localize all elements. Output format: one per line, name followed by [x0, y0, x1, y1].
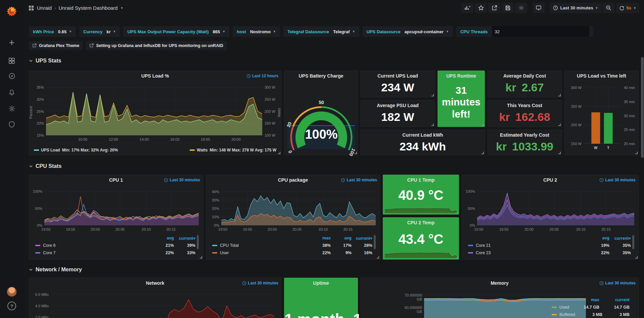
legend-series-marker[interactable] — [552, 307, 557, 308]
legend-series-marker[interactable] — [35, 245, 40, 246]
create-icon[interactable] — [0, 35, 24, 50]
add-panel-button[interactable] — [461, 3, 473, 13]
panel-title[interactable]: UPS Load % — [29, 73, 281, 79]
variable-input[interactable]: 32 — [492, 26, 589, 37]
panel-resize-handle[interactable] — [431, 94, 434, 96]
legend-series-marker[interactable] — [35, 252, 40, 254]
legend-scrollbar-thumb[interactable] — [632, 235, 634, 249]
variable-value[interactable]: 865▼ — [213, 29, 226, 34]
legend-series-name[interactable]: Watts — [197, 148, 208, 152]
panel-title[interactable]: CPU 2 Temp — [383, 220, 459, 225]
save-button[interactable] — [502, 3, 514, 13]
panel-resize-handle[interactable] — [431, 124, 434, 126]
legend-sort-header[interactable]: current▾ — [352, 236, 372, 241]
legend-series-marker[interactable] — [190, 149, 195, 151]
variable-value[interactable]: Telegraf▼ — [333, 29, 355, 34]
panel-title[interactable]: Estimated Yearly Cost — [488, 132, 561, 138]
panel-resize-handle[interactable] — [635, 152, 638, 154]
legend-series-name[interactable]: Core 7 — [43, 251, 56, 255]
legend-scrollbar-thumb[interactable] — [197, 235, 199, 249]
legend-sort-header[interactable]: current▾ — [609, 236, 631, 241]
panel-resize-handle[interactable] — [456, 256, 458, 259]
section-network-memory[interactable]: Network / Memory — [29, 267, 82, 273]
panel-resize-handle[interactable] — [558, 94, 561, 96]
share-button[interactable] — [488, 3, 500, 13]
legend-series-marker[interactable] — [552, 314, 557, 315]
legend-series-name[interactable]: User — [220, 251, 229, 255]
panel-title[interactable]: UPS Runtime — [438, 73, 485, 79]
panel-resize-handle[interactable] — [481, 152, 484, 154]
server-admin-shield-icon[interactable] — [0, 117, 24, 132]
alerting-bell-icon[interactable] — [0, 85, 24, 100]
variable-value[interactable]: Nostromo▼ — [250, 29, 276, 34]
legend-series-name[interactable]: Used — [559, 305, 569, 310]
time-range-label[interactable]: Last 30 minutes — [599, 281, 636, 285]
panel-title[interactable]: Uptime — [284, 280, 358, 286]
legend-sort-header[interactable]: avg — [152, 236, 174, 240]
panel-resize-handle[interactable] — [200, 256, 202, 259]
panel-title[interactable]: Current UPS Load — [361, 73, 434, 79]
legend-series-name[interactable]: UPS Load — [41, 148, 60, 152]
legend-series-marker[interactable] — [468, 252, 473, 254]
panel-title[interactable]: Memory — [361, 280, 638, 286]
star-button[interactable] — [475, 3, 487, 13]
help-icon[interactable]: ? — [0, 299, 24, 313]
panel-title[interactable]: Average Daily Cost — [488, 73, 561, 79]
panel-resize-handle[interactable] — [635, 256, 638, 259]
panel-title[interactable]: Average PSU Load — [361, 103, 434, 108]
dashboard-link[interactable]: Grafana Plex Theme — [29, 41, 83, 50]
time-range-label[interactable]: Last 30 minutes — [599, 178, 636, 182]
legend-series-name[interactable]: Core 21 — [476, 243, 491, 248]
cycle-view-button[interactable] — [533, 3, 545, 13]
user-avatar[interactable] — [0, 284, 24, 299]
zoom-out-button[interactable] — [603, 3, 615, 13]
legend-series-name[interactable]: Buffered — [559, 312, 575, 317]
time-range-label[interactable]: Last 12 hours — [246, 74, 278, 78]
panel-resize-handle[interactable] — [456, 211, 458, 214]
panel-title[interactable]: This Years Cost — [488, 103, 561, 108]
panel-title[interactable]: UPS Battery Charge — [284, 73, 358, 79]
legend-series-marker[interactable] — [212, 252, 217, 254]
legend-series-marker[interactable] — [212, 245, 217, 246]
panel-resize-handle[interactable] — [558, 124, 561, 126]
legend-sort-header[interactable]: avg — [331, 236, 352, 240]
panel-resize-handle[interactable] — [355, 152, 357, 154]
configuration-gear-icon[interactable] — [0, 101, 24, 116]
legend-series-name[interactable]: Core 23 — [476, 251, 491, 255]
apps-grid-icon[interactable] — [28, 5, 34, 11]
panel-title[interactable]: Current Load kWh — [361, 132, 485, 138]
panel-title[interactable]: UPS Load vs Time left — [565, 73, 638, 79]
panel-resize-handle[interactable] — [377, 256, 379, 259]
time-range-picker[interactable]: Last 30 minutes ▼ — [550, 3, 601, 13]
legend-series-marker[interactable] — [34, 149, 39, 151]
panel-title[interactable]: CPU 1 Temp — [383, 177, 459, 183]
dashboard-settings-button[interactable] — [515, 3, 527, 13]
legend-series-name[interactable]: CPU Total — [220, 243, 239, 248]
legend-scrollbar-thumb[interactable] — [374, 235, 376, 249]
panel-resize-handle[interactable] — [481, 124, 484, 126]
dashboards-icon[interactable] — [0, 53, 24, 68]
panel-resize-handle[interactable] — [278, 152, 280, 154]
section-ups-stats[interactable]: UPS Stats — [29, 58, 61, 64]
legend-sort-header[interactable]: max — [310, 236, 331, 240]
legend-series-marker[interactable] — [468, 245, 473, 246]
variable-value[interactable]: kr▼ — [106, 29, 116, 34]
legend-sort-header[interactable]: max — [569, 298, 599, 302]
time-range-label[interactable]: Last 30 minutes — [242, 281, 278, 285]
legend-sort-header[interactable]: avg — [588, 236, 609, 240]
explore-compass-icon[interactable] — [0, 69, 24, 83]
variable-value[interactable]: 0.65▼ — [58, 29, 72, 34]
legend-series-name[interactable]: Core 6 — [43, 243, 56, 248]
breadcrumb-caret-icon[interactable]: ▼ — [120, 6, 123, 10]
legend-sort-header[interactable]: current — [599, 298, 630, 302]
breadcrumb-root[interactable]: Unraid — [37, 5, 52, 11]
variable-value[interactable]: apcupsd-container▼ — [405, 29, 449, 34]
panel-resize-handle[interactable] — [558, 152, 561, 154]
page-scrollbar-thumb[interactable] — [641, 57, 644, 158]
grafana-logo-icon[interactable] — [0, 2, 24, 21]
legend-sort-header[interactable]: current▾ — [174, 236, 195, 241]
time-range-label[interactable]: Last 30 minutes — [341, 178, 377, 182]
breadcrumb-current[interactable]: Unraid System Dashboard — [59, 5, 118, 11]
dashboard-link[interactable]: Setting up Grafana and InfluxDB for UPS … — [86, 41, 226, 50]
time-range-label[interactable]: Last 30 minutes — [164, 178, 200, 182]
